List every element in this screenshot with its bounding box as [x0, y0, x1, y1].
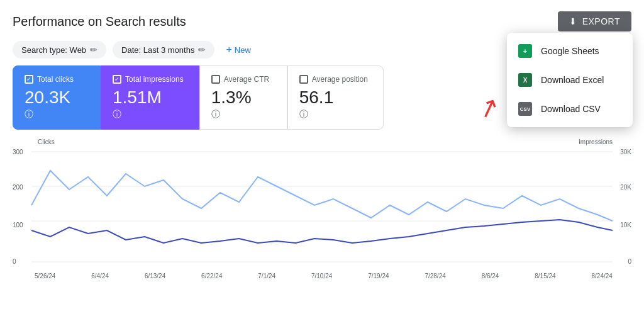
metric-help-total-clicks: ⓘ: [25, 109, 85, 120]
svg-text:30K: 30K: [620, 149, 631, 155]
metric-card-average-position[interactable]: Average position 56.1 ⓘ: [287, 65, 384, 130]
svg-text:10K: 10K: [620, 222, 631, 229]
edit-icon: ✏: [90, 45, 97, 55]
svg-text:200: 200: [13, 184, 23, 191]
chart-area: Clicks Impressions 300 200 100 0 30K 20K…: [0, 130, 644, 279]
plus-icon: +: [226, 44, 231, 55]
svg-text:0: 0: [628, 258, 631, 265]
metric-card-total-clicks[interactable]: Total clicks 20.3K ⓘ: [13, 65, 101, 130]
x-tick-10: 8/24/24: [592, 273, 613, 279]
metric-value-average-position: 56.1: [299, 87, 368, 108]
svg-text:100: 100: [13, 222, 23, 229]
download-csv-option[interactable]: CSV Download CSV: [507, 94, 633, 123]
google-sheets-option[interactable]: + Google Sheets: [507, 37, 633, 65]
download-excel-option[interactable]: X Download Excel: [507, 65, 633, 94]
new-filter-button[interactable]: + New: [221, 40, 255, 59]
x-tick-5: 7/10/24: [311, 273, 332, 279]
checkbox-icon-average-ctr: [211, 75, 220, 84]
clicks-line: [31, 171, 613, 221]
svg-text:300: 300: [13, 149, 23, 155]
metric-label-average-ctr: Average CTR: [211, 75, 272, 84]
x-tick-8: 8/6/24: [482, 273, 499, 279]
x-tick-7: 7/28/24: [425, 273, 445, 279]
excel-icon: X: [518, 73, 532, 87]
chart-svg: 300 200 100 0 30K 20K 10K 0: [13, 145, 631, 271]
metric-label-average-position: Average position: [299, 75, 368, 84]
metric-help-average-position: ⓘ: [299, 109, 368, 120]
metric-card-total-impressions[interactable]: Total impressions 1.51M ⓘ: [101, 65, 199, 130]
checkbox-icon-total-impressions: [113, 75, 121, 84]
metric-value-total-impressions: 1.51M: [113, 87, 184, 108]
edit-icon: ✏: [198, 45, 206, 55]
y-axis-left-label: Clicks: [38, 138, 55, 145]
x-tick-3: 6/22/24: [201, 273, 222, 279]
page-container: Performance on Search results ⬇ EXPORT S…: [0, 0, 644, 316]
header: Performance on Search results ⬇ EXPORT: [0, 0, 644, 38]
svg-text:20K: 20K: [620, 184, 631, 191]
csv-icon: CSV: [518, 102, 532, 116]
checkbox-icon-total-clicks: [25, 75, 33, 84]
search-type-filter[interactable]: Search type: Web ✏: [13, 41, 106, 59]
metric-value-total-clicks: 20.3K: [25, 87, 85, 108]
x-tick-4: 7/1/24: [258, 273, 275, 279]
checkbox-icon-average-position: [299, 75, 308, 84]
export-icon: ⬇: [569, 16, 577, 26]
date-filter[interactable]: Date: Last 3 months ✏: [113, 41, 214, 59]
metric-value-average-ctr: 1.3%: [211, 87, 272, 108]
metric-label-total-clicks: Total clicks: [25, 75, 85, 84]
x-tick-9: 8/15/24: [535, 273, 555, 279]
metric-help-average-ctr: ⓘ: [211, 109, 272, 120]
metric-help-total-impressions: ⓘ: [113, 109, 184, 120]
metric-card-average-ctr[interactable]: Average CTR 1.3% ⓘ: [199, 65, 287, 130]
y-axis-right-label: Impressions: [579, 138, 613, 145]
page-title: Performance on Search results: [13, 14, 186, 29]
export-button[interactable]: ⬇ EXPORT: [558, 11, 631, 31]
x-tick-1: 6/4/24: [91, 273, 109, 279]
metric-label-total-impressions: Total impressions: [113, 75, 184, 84]
impressions-line: [31, 220, 613, 243]
export-dropdown-menu: + Google Sheets X Download Excel CSV Dow…: [507, 33, 633, 127]
x-tick-6: 7/19/24: [368, 273, 389, 279]
svg-text:0: 0: [13, 258, 16, 265]
sheets-icon: +: [518, 44, 532, 58]
x-tick-2: 6/13/24: [145, 273, 165, 279]
x-tick-0: 5/26/24: [35, 273, 55, 279]
